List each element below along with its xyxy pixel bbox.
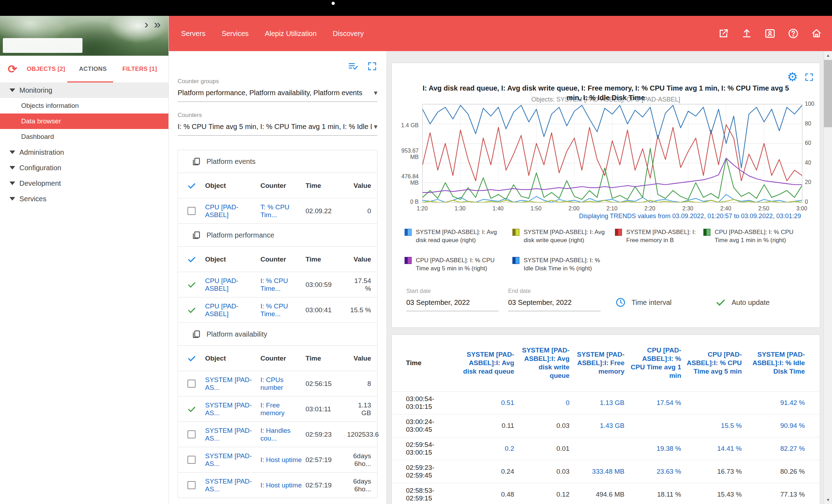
check-icon[interactable] xyxy=(187,354,196,363)
scroll-down-icon[interactable]: ▼ xyxy=(824,496,832,504)
home-icon[interactable] xyxy=(811,28,822,39)
start-date-input[interactable]: 03 September, 2022 xyxy=(406,299,499,311)
nav-item-servers[interactable]: Servers xyxy=(173,30,214,38)
nav-item-discovery[interactable]: Discovery xyxy=(325,30,372,38)
search-box[interactable] xyxy=(3,38,82,53)
counter-link[interactable]: I: Host uptime xyxy=(260,481,302,489)
object-link[interactable]: SYSTEM [PAD-AS... xyxy=(205,427,252,442)
auto-update-toggle[interactable]: Auto update xyxy=(715,297,770,308)
select-all-check[interactable] xyxy=(187,255,196,264)
object-link[interactable]: SYSTEM [PAD-AS... xyxy=(205,376,252,391)
fullscreen-icon[interactable] xyxy=(367,61,377,73)
contacts-icon[interactable] xyxy=(764,28,776,39)
sidebar-item-administration[interactable]: Administration xyxy=(0,145,168,160)
counter-link[interactable]: I: Free memory xyxy=(260,401,285,417)
check-icon[interactable] xyxy=(187,255,196,264)
checkbox[interactable] xyxy=(187,380,196,388)
chevron-right-icon[interactable]: › xyxy=(144,18,148,30)
counter-row[interactable]: SYSTEM [PAD-AS...I: Free memory03:01:111… xyxy=(178,397,377,422)
counter-link[interactable]: I: % CPU Time... xyxy=(260,277,288,292)
sidebar-item-monitoring[interactable]: Monitoring xyxy=(0,82,168,98)
row-select[interactable] xyxy=(187,280,196,289)
end-date-input[interactable]: 03 September, 2022 xyxy=(508,299,600,311)
nav-item-alepiz-utilization[interactable]: Alepiz Utilization xyxy=(257,30,325,38)
sidebar-item-configuration[interactable]: Configuration xyxy=(0,160,168,176)
counter-row[interactable]: CPU [PAD-ASBEL]T: % CPU Tim...02.09.220 xyxy=(178,198,377,224)
legend-item[interactable]: SYSTEM [PAD-ASBEL]: I: Avg disk write qu… xyxy=(512,228,615,244)
legend-item[interactable]: SYSTEM [PAD-ASBEL]: I: Avg disk read que… xyxy=(405,228,512,244)
row-select[interactable] xyxy=(187,207,196,215)
tab-filters-1[interactable]: FILTERS [1] xyxy=(116,66,163,73)
row-select[interactable] xyxy=(187,481,196,489)
check-icon[interactable] xyxy=(187,181,196,190)
counter-row[interactable]: SYSTEM [PAD-AS...I: Host uptime02:57:196… xyxy=(178,447,377,473)
counter-link[interactable]: I: CPUs number xyxy=(260,376,283,391)
counter-row[interactable]: SYSTEM [PAD-AS...I: Handles cou...02:59:… xyxy=(178,422,377,447)
scrollbar[interactable]: ▲ ▼ xyxy=(824,51,832,504)
legend-item[interactable]: CPU [PAD-ASBEL]: I: % CPU Time avg 5 min… xyxy=(405,256,512,272)
counter-link[interactable]: I: Handles cou... xyxy=(260,427,291,442)
sidebar-item-services[interactable]: Services xyxy=(0,191,168,207)
object-link[interactable]: SYSTEM [PAD-AS... xyxy=(205,478,252,493)
counters-input[interactable]: I: % CPU Time avg 5 min, I: % CPU Time a… xyxy=(178,122,377,136)
object-link[interactable]: CPU [PAD-ASBEL] xyxy=(205,203,239,219)
trend-chart[interactable] xyxy=(422,104,802,203)
checkbox[interactable] xyxy=(187,430,196,438)
row-select[interactable] xyxy=(187,380,196,388)
object-link[interactable]: SYSTEM [PAD-AS... xyxy=(205,401,252,417)
table-row[interactable]: 03:00:54-03:01:150.5101.13 GB17.54 %91.4… xyxy=(392,391,820,414)
counter-row[interactable]: CPU [PAD-ASBEL]I: % CPU Time...03:00:591… xyxy=(178,272,377,297)
counter-link[interactable]: I: % CPU Time... xyxy=(260,302,288,318)
sidebar-item-objects-information[interactable]: Objects information xyxy=(0,98,168,113)
select-all-check[interactable] xyxy=(187,181,196,190)
counter-link[interactable]: I: Host uptime xyxy=(260,456,302,463)
select-all-check[interactable] xyxy=(187,354,196,363)
checkbox[interactable] xyxy=(187,456,196,464)
row-select[interactable] xyxy=(187,430,196,438)
table-row[interactable]: 02:59:23-02:59:450.240.03333.48 MB23.63 … xyxy=(392,460,820,483)
time-interval-button[interactable]: Time interval xyxy=(615,297,672,308)
row-select[interactable] xyxy=(187,306,196,315)
upload-icon[interactable] xyxy=(741,28,752,39)
x-axis-tick: 1:30 xyxy=(455,205,466,212)
open-in-new-icon[interactable] xyxy=(718,28,729,39)
scroll-up-icon[interactable]: ▲ xyxy=(824,51,832,60)
counter-row[interactable]: CPU [PAD-ASBEL]I: % CPU Time...03:00:411… xyxy=(178,297,377,323)
x-axis-tick: 3:00 xyxy=(796,205,807,212)
checkbox[interactable] xyxy=(187,481,196,489)
object-link[interactable]: CPU [PAD-ASBEL] xyxy=(205,277,239,292)
sidebar-item-dashboard[interactable]: Dashboard xyxy=(0,129,168,145)
legend-item[interactable]: SYSTEM [PAD-ASBEL]: I: Free memory in B xyxy=(615,228,703,244)
col-value: Value xyxy=(347,256,377,263)
counter-groups-select[interactable]: Platform performance, Platform availabil… xyxy=(178,88,377,102)
checkbox[interactable] xyxy=(187,207,196,215)
help-icon[interactable] xyxy=(788,28,799,39)
counter-row[interactable]: SYSTEM [PAD-AS...I: CPUs number02:56:158 xyxy=(178,371,377,397)
object-link[interactable]: CPU [PAD-ASBEL] xyxy=(205,302,239,318)
double-chevron-icon[interactable]: » xyxy=(154,18,161,30)
legend-item[interactable]: SYSTEM [PAD-ASBEL]: I: % Idle Disk Time … xyxy=(512,256,615,272)
nav-item-services[interactable]: Services xyxy=(214,30,257,38)
sidebar-item-data-browser[interactable]: Data browser xyxy=(0,113,168,129)
legend-item[interactable]: CPU [PAD-ASBEL]: I: % CPU Time avg 1 min… xyxy=(703,228,813,244)
scrollbar-thumb[interactable] xyxy=(824,60,832,127)
counter-row[interactable]: SYSTEM [PAD-AS...I: Host uptime02:57:196… xyxy=(178,473,377,498)
row-select[interactable] xyxy=(187,405,196,414)
check-icon[interactable] xyxy=(187,306,196,315)
check-icon[interactable] xyxy=(187,280,196,289)
counter-link[interactable]: T: % CPU Tim... xyxy=(260,203,289,219)
refresh-icon[interactable]: ⟳ xyxy=(8,62,17,76)
search-input[interactable] xyxy=(8,42,91,50)
object-link[interactable]: SYSTEM [PAD-AS... xyxy=(205,452,252,467)
chart-fullscreen-icon[interactable] xyxy=(804,72,814,82)
table-row[interactable]: 02:59:54-03:00:150.20.0119.38 %14.41 %82… xyxy=(392,437,820,460)
table-row[interactable]: 03:00:24-03:00:450.110.031.43 GB15.5 %90… xyxy=(392,414,820,437)
check-icon[interactable] xyxy=(187,405,196,414)
tab-actions[interactable]: ACTIONS xyxy=(69,66,116,73)
settings-gear-icon[interactable]: ⚙ xyxy=(787,71,798,83)
row-select[interactable] xyxy=(187,456,196,464)
table-row[interactable]: 02:58:53-02:59:150.480.12494.6 MB18.11 %… xyxy=(392,483,820,504)
sidebar-item-development[interactable]: Development xyxy=(0,176,168,191)
tab-objects-2[interactable]: OBJECTS [2] xyxy=(23,66,69,73)
playlist-check-icon[interactable] xyxy=(348,61,358,73)
